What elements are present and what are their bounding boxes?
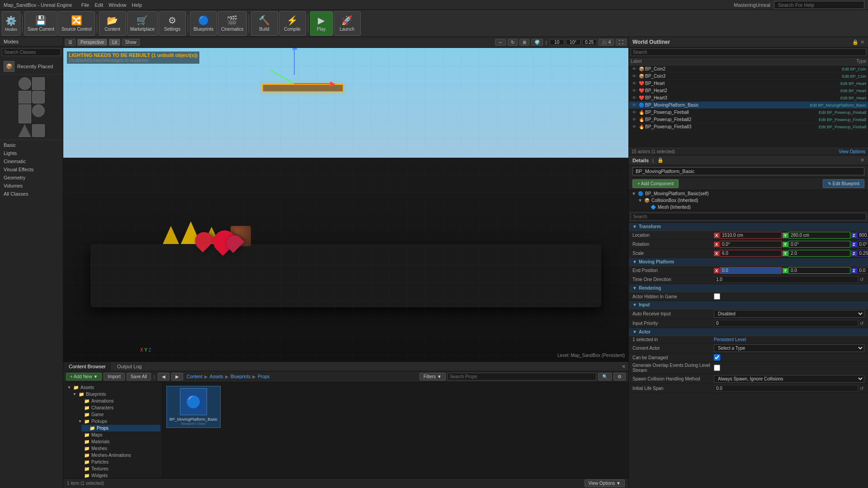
menu-help[interactable]: Help <box>132 2 142 8</box>
rotation-x[interactable] <box>720 241 782 248</box>
details-close-icon[interactable]: ✕ <box>860 157 864 163</box>
actor-type[interactable]: Edit BP_Coin <box>776 67 866 71</box>
tree-pickups[interactable]: ▼ 📁 Pickups <box>76 418 160 425</box>
save-current-button[interactable]: 💾 Save Current <box>24 11 57 36</box>
input-priority-input[interactable] <box>714 320 858 327</box>
rotation-z[interactable] <box>857 241 868 248</box>
search-classes-input[interactable] <box>2 48 61 56</box>
tab-output-log[interactable]: Output Log <box>112 362 147 371</box>
angle-snap-input[interactable] <box>566 39 580 45</box>
cb-close-btn[interactable]: ✕ <box>619 363 628 371</box>
wo-actor-bp-fireball2[interactable]: 👁 🔥 BP_Powerup_Fireball2 Edit BP_Powerup… <box>629 116 868 123</box>
cb-options-btn[interactable]: ⚙ <box>613 373 626 380</box>
time-one-dir-reset[interactable]: ↺ <box>859 277 864 282</box>
location-y[interactable] <box>788 232 850 239</box>
perspective-btn[interactable]: Perspective <box>77 39 107 46</box>
visibility-icon[interactable]: 👁 <box>631 88 638 93</box>
mode-all-classes[interactable]: All Classes <box>0 190 63 198</box>
tree-particles[interactable]: 📁 Particles <box>76 459 160 465</box>
auto-receive-select[interactable]: Disabled <box>714 310 864 318</box>
scale-btn[interactable]: ⊞ <box>519 39 529 46</box>
mode-geometry[interactable]: Geometry <box>0 174 63 182</box>
show-btn[interactable]: Show <box>122 39 140 46</box>
world-local-btn[interactable]: 🌍 <box>531 39 543 46</box>
scale-y[interactable] <box>788 250 850 257</box>
bc-content[interactable]: Content <box>187 374 203 379</box>
end-pos-z[interactable] <box>857 267 868 274</box>
modes-button[interactable]: ⚙️ Modes <box>2 11 20 36</box>
grid-snap-input[interactable] <box>550 39 564 45</box>
wo-actor-bp-heart3[interactable]: 👁 ❤️ BP_Heart3 Edit BP_Heart <box>629 94 868 102</box>
search-help-input[interactable] <box>774 1 864 9</box>
actor-type[interactable]: Edit BP_Powerup_Fireball <box>776 125 866 129</box>
end-pos-x[interactable] <box>720 267 782 274</box>
actor-type[interactable]: Edit BP_Coin <box>776 74 866 79</box>
nav-back-button[interactable]: ◀ <box>158 373 170 380</box>
end-pos-y[interactable] <box>788 267 850 274</box>
tree-game[interactable]: 📁 Game <box>76 411 160 418</box>
view-options-button[interactable]: View Options ▼ <box>585 479 625 487</box>
asset-content-area[interactable]: 🔵 BP_MovingPlatform_Basic Blueprint Clas… <box>163 382 628 478</box>
dp-tree-collision[interactable]: ▼ 📦 CollisionBox (Inherited) <box>635 197 868 204</box>
can-be-damaged-checkbox[interactable] <box>714 354 720 361</box>
scale-z[interactable] <box>857 250 868 257</box>
initial-life-span-input[interactable] <box>714 385 858 392</box>
time-one-direction-input[interactable] <box>714 276 858 283</box>
cb-search-btn[interactable]: 🔍 <box>598 373 612 380</box>
tab-content-browser[interactable]: Content Browser <box>63 362 112 371</box>
viewport-container[interactable]: LIGHTING NEEDS TO BE REBUILT (1 unbuilt … <box>63 48 628 361</box>
actor-header[interactable]: ▼ Actor <box>629 328 868 336</box>
tree-props[interactable]: 📁 Props <box>81 425 160 432</box>
tree-animations[interactable]: 📁 Animations <box>76 398 160 404</box>
scale-snap-input[interactable] <box>582 39 597 45</box>
marketplace-button[interactable]: 🛒 Marketplace <box>127 11 158 36</box>
tree-widgets[interactable]: 📁 Widgets <box>76 472 160 478</box>
mode-lights[interactable]: Lights <box>0 149 63 157</box>
viewport-menu-btn[interactable]: ☰ <box>65 39 75 46</box>
actor-type[interactable]: Edit BP_Heart <box>776 96 866 100</box>
compile-button[interactable]: ⚡ Compile <box>279 11 306 36</box>
build-button[interactable]: 🔨 Build <box>251 11 278 36</box>
cinematics-button[interactable]: 🎬 Cinematics <box>218 11 246 36</box>
actor-type[interactable]: Edit BP_MovingPlatform_Basic <box>776 103 866 108</box>
maximize-btn[interactable]: ⛶ <box>616 39 627 46</box>
visibility-icon[interactable]: 👁 <box>631 110 638 115</box>
mode-cinematic[interactable]: Cinematic <box>0 157 63 165</box>
tree-assets[interactable]: ▼ 📁 Assets <box>65 384 160 391</box>
wo-actor-bp-heart2[interactable]: 👁 ❤️ BP_Heart2 Edit BP_Heart <box>629 87 868 94</box>
tree-textures[interactable]: 📁 Textures <box>76 465 160 472</box>
visibility-icon[interactable]: 👁 <box>631 124 638 129</box>
actor-hidden-checkbox[interactable] <box>714 293 720 300</box>
menu-window[interactable]: Window <box>108 2 126 8</box>
bc-assets[interactable]: Assets <box>210 374 223 379</box>
location-x[interactable] <box>720 232 782 239</box>
rendering-header[interactable]: ▼ Rendering <box>629 284 868 292</box>
tree-maps[interactable]: 📁 Maps <box>76 432 160 438</box>
actor-name-input[interactable] <box>632 167 864 175</box>
mode-recently-placed[interactable]: 📦 Recently Placed <box>0 60 63 73</box>
wo-actor-bp-heart[interactable]: 👁 ❤️ BP_Heart Edit BP_Heart <box>629 80 868 87</box>
translate-btn[interactable]: ↔ <box>495 39 506 46</box>
mode-basic[interactable]: Basic <box>0 141 63 149</box>
save-all-button[interactable]: Save All <box>127 373 151 380</box>
filters-button[interactable]: Filters ▼ <box>420 373 446 380</box>
visibility-icon[interactable]: 👁 <box>631 81 638 86</box>
actor-type[interactable]: Edit BP_Heart <box>776 81 866 86</box>
actor-type[interactable]: Edit BP_Powerup_Fireball <box>776 110 866 115</box>
tree-blueprints[interactable]: ▼ 📁 Blueprints <box>71 391 160 398</box>
scale-x[interactable] <box>720 250 782 257</box>
edit-blueprint-button[interactable]: ✎ Edit Blueprint <box>823 179 864 188</box>
life-span-reset[interactable]: ↺ <box>859 386 864 391</box>
input-priority-reset[interactable]: ↺ <box>859 321 864 326</box>
wo-lock-icon[interactable]: 🔒 <box>852 39 859 45</box>
rotate-btn[interactable]: ↻ <box>508 39 518 46</box>
spawn-collision-select[interactable]: Always Spawn, Ignore Collisions <box>714 375 864 383</box>
transform-header[interactable]: ▼ Transform <box>629 223 868 231</box>
camera-speed-btn[interactable]: 🎥 4 <box>599 39 614 46</box>
content-button[interactable]: 📂 Content <box>99 11 126 36</box>
launch-button[interactable]: 🚀 Launch <box>334 11 361 36</box>
generate-overlap-checkbox[interactable] <box>714 365 720 371</box>
location-z[interactable] <box>857 232 868 239</box>
details-search-input[interactable] <box>631 213 866 221</box>
wo-actor-bp-fireball[interactable]: 👁 🔥 BP_Powerup_Fireball Edit BP_Powerup_… <box>629 109 868 116</box>
